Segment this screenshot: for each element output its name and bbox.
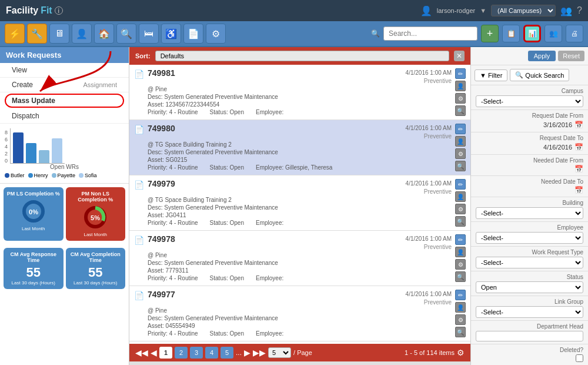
apply-button[interactable]: Apply — [528, 51, 556, 61]
close-button[interactable]: ✕ — [454, 51, 465, 61]
metric-completion: CM Avg Completion Time 55 Last 30 days (… — [66, 248, 126, 289]
dropdown-icon[interactable]: ▼ — [480, 7, 486, 14]
wr-item-4[interactable]: 📄 749977 4/1/2016 1:00 AM Preventive @ P… — [129, 286, 470, 341]
reset-button[interactable]: Reset — [558, 51, 584, 61]
dept-head-label: Department Head — [476, 323, 583, 330]
quick-search-tab[interactable]: 🔍 Quick Search — [510, 69, 569, 81]
deleted-checkbox[interactable] — [576, 354, 583, 362]
wr-search-btn-1[interactable]: 🔍 — [455, 161, 466, 171]
metric-completion-value: 55 — [68, 265, 123, 280]
work-requests-menu[interactable]: Work Requests — [0, 47, 129, 63]
bed-tool-btn[interactable]: 🛏 — [139, 24, 159, 44]
person-tool-btn[interactable]: 👤 — [72, 24, 92, 44]
wr-user-btn-2[interactable]: 👤 — [455, 191, 466, 202]
page-first[interactable]: ◀◀ — [135, 348, 148, 357]
metric-pm-nonls-title: PM Non LS Completion % — [68, 191, 123, 203]
wr-info-btn-4[interactable]: ⚙ — [455, 314, 466, 325]
request-date-from-filter: Request Date From 3/16/2016 📅 — [471, 110, 588, 132]
wr-type-3: Preventive — [424, 244, 452, 250]
calendar-icon-1[interactable]: 📅 — [574, 143, 583, 151]
wr-edit-btn-0[interactable]: ✏ — [455, 68, 466, 79]
wr-item-1[interactable]: 📄 749980 4/1/2016 1:00 AM Preventive @ T… — [129, 120, 470, 175]
calendar-icon-0[interactable]: 📅 — [574, 121, 583, 129]
wr-info-btn-0[interactable]: ⚙ — [455, 93, 466, 104]
menu-item-create[interactable]: Create Assignment — [0, 78, 129, 92]
search-tool-btn[interactable]: 🔍 — [116, 24, 136, 44]
filter-tab[interactable]: ▼ Filter — [475, 69, 507, 81]
calendar-icon-3[interactable]: 📅 — [574, 186, 583, 194]
wr-user-btn-0[interactable]: 👤 — [455, 81, 466, 91]
print-icon-btn[interactable]: 🖨 — [566, 25, 583, 42]
wr-item-2[interactable]: 📄 749979 4/1/2016 1:00 AM Preventive @ T… — [129, 175, 470, 231]
page-size-select[interactable]: 5 10 25 — [268, 347, 291, 358]
wr-info-btn-3[interactable]: ⚙ — [455, 259, 466, 270]
wr-info-btn-1[interactable]: ⚙ — [455, 148, 466, 159]
wr-item-0[interactable]: 📄 749981 4/1/2016 1:00 AM Preventive @ P… — [129, 65, 470, 120]
wr-user-btn-4[interactable]: 👤 — [455, 302, 466, 313]
donut-0-pct: 0% — [6, 198, 61, 224]
wr-priority-val-3: Priority: 4 - Routine — [148, 275, 198, 281]
wr-edit-btn-2[interactable]: ✏ — [455, 179, 466, 190]
wr-header-0: 749981 4/1/2016 1:00 AM Preventive — [148, 68, 452, 85]
page-settings-icon[interactable]: ⚙ — [457, 348, 465, 357]
page-1[interactable]: 1 — [159, 347, 172, 359]
building-tool-btn[interactable]: 🏠 — [94, 24, 114, 44]
page-2[interactable]: 2 — [175, 347, 188, 359]
left-sidebar: Work Requests View Create Assignment Mas… — [0, 47, 129, 365]
wr-asset-2: Asset: JG0411 — [148, 212, 452, 218]
wrench-tool-btn[interactable]: 🔧 — [27, 24, 47, 44]
monitor-tool-btn[interactable]: 🖥 — [49, 24, 69, 44]
wr-search-btn-0[interactable]: 🔍 — [455, 105, 466, 116]
home-tool-btn[interactable]: ⚡ — [5, 24, 25, 44]
dept-head-input[interactable] — [476, 331, 583, 341]
wr-type-filter-select[interactable]: -Select- — [476, 257, 583, 268]
page-4[interactable]: 4 — [205, 347, 218, 359]
wr-item-3[interactable]: 📄 749978 4/1/2016 1:00 AM Preventive @ P… — [129, 231, 470, 286]
doc-tool-btn[interactable]: 📄 — [183, 24, 203, 44]
wr-priority-val-1: Priority: 4 - Routine — [148, 164, 198, 171]
wr-search-btn-4[interactable]: 🔍 — [455, 327, 466, 337]
wr-search-btn-2[interactable]: 🔍 — [455, 216, 466, 227]
campus-select[interactable]: (All Campuses) — [491, 5, 556, 16]
wr-search-btn-3[interactable]: 🔍 — [455, 271, 466, 282]
add-button[interactable]: + — [481, 25, 499, 42]
menu-item-dispatch[interactable]: Dispatch — [0, 109, 129, 124]
menu-item-view[interactable]: View — [0, 63, 129, 78]
page-prev[interactable]: ◀ — [151, 348, 157, 357]
wr-desc-3: Desc: System Generated Preventive Mainte… — [148, 260, 452, 266]
page-next[interactable]: ▶ — [244, 348, 250, 357]
campus-filter-select[interactable]: -Select- — [476, 95, 583, 107]
logo: FacilityFit i — [6, 5, 63, 16]
status-filter-select[interactable]: Open — [476, 281, 583, 293]
wr-edit-btn-1[interactable]: ✏ — [455, 124, 466, 134]
wr-edit-btn-4[interactable]: ✏ — [455, 290, 466, 300]
wr-user-btn-1[interactable]: 👤 — [455, 136, 466, 147]
page-3[interactable]: 3 — [190, 347, 203, 359]
wr-info-btn-2[interactable]: ⚙ — [455, 204, 466, 214]
sort-select[interactable] — [155, 51, 449, 61]
help-icon[interactable]: ? — [577, 5, 582, 16]
accessibility-tool-btn[interactable]: ♿ — [161, 24, 181, 44]
page-5[interactable]: 5 — [220, 347, 233, 359]
menu-item-mass-update[interactable]: Mass Update — [5, 94, 124, 108]
users-icon-btn[interactable]: 👥 — [544, 25, 562, 42]
employee-filter-select[interactable]: -Select- — [476, 232, 583, 244]
legend-sofia: Sofia — [79, 172, 97, 178]
dispatch-icon-btn[interactable]: 📋 — [502, 25, 520, 42]
wr-date-3: 4/1/2016 1:00 AM — [406, 235, 452, 242]
wr-edit-btn-3[interactable]: ✏ — [455, 234, 466, 245]
donut-svg-1: 5% — [82, 204, 108, 230]
link-group-filter-select[interactable]: -Select- — [476, 306, 583, 318]
search-input[interactable] — [383, 26, 477, 41]
wr-number-3: 749978 — [148, 234, 175, 244]
settings-tool-btn[interactable]: ⚙ — [206, 24, 226, 44]
calendar-icon-2[interactable]: 📅 — [574, 165, 583, 173]
wr-header-4: 749977 4/1/2016 1:00 AM Preventive — [148, 290, 452, 306]
highlighted-icon-btn[interactable]: 📊 — [523, 25, 541, 42]
wr-user-btn-3[interactable]: 👤 — [455, 247, 466, 257]
page-last[interactable]: ▶▶ — [253, 348, 266, 357]
wr-actions-0: ✏ 👤 ⚙ 🔍 — [455, 68, 466, 116]
building-filter-select[interactable]: -Select- — [476, 207, 583, 219]
donut-1-pct: 5% — [68, 204, 123, 230]
wr-main-4: 749977 4/1/2016 1:00 AM Preventive @ Pin… — [148, 290, 452, 337]
